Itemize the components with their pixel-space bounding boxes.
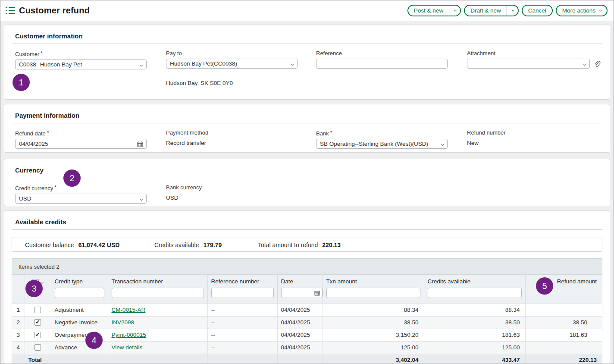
row-number: 2 xyxy=(12,316,25,329)
attachment-label: Attachment xyxy=(467,50,495,56)
required-asterisk: * xyxy=(54,184,56,191)
credits-available-filter-input[interactable] xyxy=(428,288,522,298)
total-label: Total xyxy=(25,354,108,364)
pay-to-select[interactable]: Hudson Bay Pet(CC0038) xyxy=(166,59,298,69)
credits-available-value: 179.79 xyxy=(204,242,222,248)
credits-available-cell: 125.00 xyxy=(424,341,525,354)
row-number: 4 xyxy=(12,341,25,354)
list-menu-icon[interactable] xyxy=(6,7,15,14)
chevron-down-icon xyxy=(511,9,514,12)
credits-available-header-label: Credits available xyxy=(428,278,471,285)
attachment-select[interactable] xyxy=(467,59,590,69)
total-txn-amount: 3,402.04 xyxy=(323,354,424,364)
refund-date-field: Refund date* 04/04/2025 xyxy=(15,129,166,149)
credit-currency-select[interactable]: USD xyxy=(15,194,147,204)
step-badge-3: 3 xyxy=(25,280,43,297)
customer-field: Customer* C0038--Hudson Bay Pet xyxy=(15,50,166,86)
payment-information-section: Payment information Refund date* 04/04/2… xyxy=(4,104,610,153)
chevron-down-icon xyxy=(441,142,444,146)
top-bar: Customer refund Post & new Draft & new C… xyxy=(0,0,614,21)
bank-label: Bank xyxy=(316,130,329,137)
credit-type-cell: Adjustment xyxy=(51,304,108,316)
transaction-link[interactable]: Pymt-000015 xyxy=(112,332,146,338)
calendar-icon[interactable] xyxy=(137,141,143,147)
payment-information-heading: Payment information xyxy=(12,110,602,123)
row-checkbox[interactable] xyxy=(34,319,41,326)
draft-and-new-label: Draft & new xyxy=(465,6,507,16)
customer-balance-value: 61,074.42 USD xyxy=(78,242,120,248)
credit-type-header: Credit type xyxy=(51,275,108,304)
chevron-down-icon xyxy=(454,9,457,12)
total-refund-value: 220.13 xyxy=(322,242,341,248)
refund-amount-cell[interactable]: 38.50 xyxy=(525,316,602,329)
txn-amount-header: Txn amount xyxy=(323,275,424,304)
refund-amount-cell[interactable]: 181.63 xyxy=(525,329,602,341)
payment-method-value: Record transfer xyxy=(166,138,316,148)
step-badge-4: 4 xyxy=(85,332,103,349)
date-header-label: Date xyxy=(281,278,294,285)
cancel-button[interactable]: Cancel xyxy=(522,5,553,16)
total-refund-label: Total amount to refund xyxy=(258,242,318,248)
attachment-field: Attachment xyxy=(467,50,602,86)
reference-number-header-label: Reference number xyxy=(211,278,260,285)
transaction-link[interactable]: CM-0015-AR xyxy=(112,307,146,313)
reference-field: Reference xyxy=(316,50,467,86)
payment-method-label: Payment method xyxy=(166,129,208,136)
chevron-down-icon xyxy=(583,62,586,66)
paperclip-icon[interactable] xyxy=(594,60,601,68)
refund-number-value: New xyxy=(467,138,602,148)
date-cell: 04/04/2025 xyxy=(277,329,323,341)
table-row: 1 Adjustment CM-0015-AR -- 04/04/2025 88… xyxy=(12,304,602,316)
section-divider xyxy=(12,229,602,230)
bank-currency-value: USD xyxy=(166,193,316,203)
credits-available-header: Credits available xyxy=(424,275,525,304)
row-number: 3 xyxy=(12,329,25,341)
transaction-number-header: Transaction number xyxy=(108,275,207,304)
calendar-icon[interactable] xyxy=(314,290,320,296)
reference-cell: -- xyxy=(207,316,277,329)
more-actions-button[interactable]: More actions xyxy=(556,5,608,16)
credits-available-cell: 38.50 xyxy=(424,316,525,329)
total-credits-available: 433.47 xyxy=(424,354,525,364)
credit-type-filter-input[interactable] xyxy=(55,288,104,298)
refund-amount-cell[interactable] xyxy=(525,304,602,316)
reference-number-filter-input[interactable] xyxy=(211,288,274,298)
action-buttons: Post & new Draft & new Cancel More actio… xyxy=(407,5,608,16)
currency-section: Currency Credit currency* USD Bank curre… xyxy=(4,159,610,206)
row-checkbox[interactable] xyxy=(34,332,41,338)
refund-amount-cell[interactable] xyxy=(525,341,602,354)
step-badge-2: 2 xyxy=(63,169,81,187)
refund-date-input[interactable]: 04/04/2025 xyxy=(15,139,147,149)
bank-select[interactable]: SB Operating--Sterling Bank (West)(USD) xyxy=(316,139,448,149)
customer-information-heading: Customer information xyxy=(12,30,602,44)
table-row: 2 Negative Invoice INV2098 -- 04/04/2025… xyxy=(12,316,602,329)
draft-and-new-dropdown[interactable] xyxy=(507,6,518,16)
bank-value: SB Operating--Sterling Bank (West)(USD) xyxy=(320,141,428,147)
customer-value: C0038--Hudson Bay Pet xyxy=(19,61,82,68)
transaction-link[interactable]: INV2098 xyxy=(112,319,135,326)
total-spacer xyxy=(12,354,25,364)
row-checkbox[interactable] xyxy=(34,307,41,313)
payment-method-field: Payment method Record transfer xyxy=(166,129,316,149)
required-asterisk: * xyxy=(47,129,49,136)
draft-and-new-button[interactable]: Draft & new xyxy=(464,5,519,16)
transaction-number-filter-input[interactable] xyxy=(112,288,204,298)
bank-field: Bank* SB Operating--Sterling Bank (West)… xyxy=(316,129,467,149)
txn-amount-cell: 88.34 xyxy=(323,304,424,316)
reference-input[interactable] xyxy=(316,59,448,69)
date-header: Date xyxy=(277,275,323,304)
post-and-new-dropdown[interactable] xyxy=(449,6,460,16)
pay-to-label: Pay to xyxy=(166,50,182,56)
txn-amount-filter-input[interactable] xyxy=(326,288,420,298)
view-details-link[interactable]: View details xyxy=(112,344,143,351)
row-number: 1 xyxy=(12,304,25,316)
customer-refund-page: Customer refund Post & new Draft & new C… xyxy=(0,0,614,364)
reference-number-header: Reference number xyxy=(207,275,277,304)
row-checkbox[interactable] xyxy=(34,344,41,351)
post-and-new-label: Post & new xyxy=(408,6,449,16)
date-filter-input[interactable] xyxy=(281,288,323,298)
post-and-new-button[interactable]: Post & new xyxy=(407,5,461,16)
txn-amount-header-label: Txn amount xyxy=(326,278,357,285)
credit-currency-value: USD xyxy=(19,195,31,202)
customer-select[interactable]: C0038--Hudson Bay Pet xyxy=(15,60,147,69)
